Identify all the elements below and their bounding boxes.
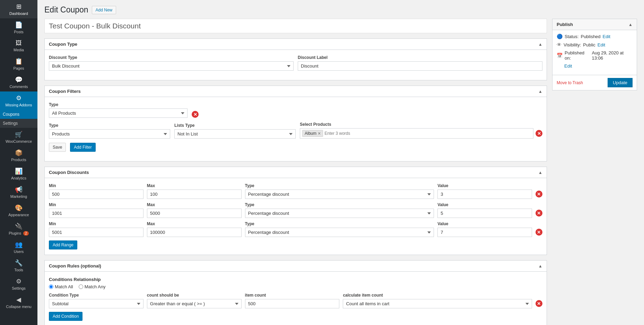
sidebar-item-dashboard[interactable]: ⊞ Dashboard (0, 0, 37, 18)
discount-value-label-1: Value (437, 183, 532, 188)
discount-type-group-2: Type Percentage discount Fixed discount (245, 202, 434, 218)
dashboard-icon: ⊞ (16, 3, 21, 10)
publish-collapse[interactable]: ▲ (628, 22, 633, 27)
coupon-type-card: Coupon Type ▲ Discount Type Bulk Discoun… (44, 38, 547, 80)
filter-type-select-2[interactable]: Products Category (49, 129, 170, 139)
sidebar-item-tools[interactable]: 🔧 Tools (0, 256, 37, 275)
sidebar-item-appearance[interactable]: 🎨 Appearance (0, 201, 37, 220)
item-count-group: item count (245, 293, 340, 308)
discount-type-group: Discount Type Bulk Discount Percentage F… (49, 55, 294, 71)
add-new-button[interactable]: Add New (92, 6, 116, 14)
discount-max-input-2[interactable] (147, 209, 242, 218)
coupon-title-input[interactable] (44, 19, 547, 33)
discount-value-input-3[interactable] (437, 228, 532, 237)
sidebar-item-label: Comments (9, 85, 28, 89)
save-button[interactable]: Save (49, 143, 66, 152)
match-any-label[interactable]: Match Any (79, 284, 106, 289)
sidebar-item-analytics[interactable]: 📊 Analytics (0, 165, 37, 183)
sidebar-item-label: Products (11, 158, 26, 162)
media-icon: 🖼 (16, 39, 22, 47)
match-all-radio[interactable] (49, 284, 53, 289)
discount-row-3: Min Max Type Percentage discount Fixed d… (49, 221, 542, 237)
sidebar-item-label: Missing Addons (5, 103, 32, 107)
publish-card: Publish ▲ 🔵 Status: Published Edit 👁 Vis… (552, 19, 637, 90)
plugins-icon: 🔌 (15, 222, 23, 230)
discount-label-group: Discount Label (298, 55, 542, 71)
discount-min-input-3[interactable] (49, 228, 143, 237)
discount-type-select-1[interactable]: Percentage discount Fixed discount (245, 190, 434, 199)
sidebar-item-collapse[interactable]: ◀ Collapse menu (0, 293, 37, 311)
discount-min-input-2[interactable] (49, 209, 143, 218)
published-edit-link[interactable]: Edit (564, 63, 572, 69)
discount-type-select-2[interactable]: Percentage discount Fixed discount (245, 209, 434, 218)
coupon-discounts-collapse[interactable]: ▲ (538, 170, 542, 175)
discount-remove-button-2[interactable]: ✕ (536, 210, 542, 217)
item-count-input[interactable] (245, 299, 340, 308)
coupon-rules-collapse[interactable]: ▲ (538, 264, 542, 269)
match-any-radio[interactable] (79, 284, 83, 289)
sidebar-item-settings[interactable]: Settings (0, 119, 37, 128)
add-filter-button[interactable]: Add Filter (70, 143, 95, 152)
sidebar-item-users[interactable]: 👥 Users (0, 238, 37, 256)
discount-max-input-3[interactable] (147, 228, 242, 237)
discount-remove-button-3[interactable]: ✕ (536, 229, 542, 236)
sidebar-item-marketing[interactable]: 📢 Marketing (0, 183, 37, 201)
sidebar-item-comments[interactable]: 💬 Comments (0, 73, 37, 91)
add-range-button[interactable]: Add Range (49, 240, 77, 249)
count-should-be-select[interactable]: Greater than or equal ( >= ) Less than o… (147, 299, 242, 308)
coupon-filters-collapse[interactable]: ▲ (538, 89, 542, 94)
discount-max-group-3: Max (147, 221, 242, 237)
tags-text-input[interactable] (324, 131, 376, 136)
discount-type-group-3: Type Percentage discount Fixed discount (245, 221, 434, 237)
publish-title: Publish (557, 22, 573, 27)
select-products-remove[interactable]: ✕ (536, 130, 542, 137)
x-circle-icon: ✕ (192, 111, 199, 118)
condition-type-select[interactable]: Subtotal Item Count Cart Total (49, 299, 143, 308)
condition-remove-button[interactable]: ✕ (536, 300, 542, 307)
content-wrap: Coupon Type ▲ Discount Type Bulk Discoun… (44, 19, 637, 325)
discount-type-select[interactable]: Bulk Discount Percentage Fixed (49, 61, 294, 71)
discount-min-input-1[interactable] (49, 190, 143, 199)
woocommerce-icon: 🛒 (15, 131, 23, 138)
sidebar-item-media[interactable]: 🖼 Media (0, 37, 37, 55)
discount-max-input-1[interactable] (147, 190, 242, 199)
publish-visibility-row: 👁 Visibility: Public Edit (557, 42, 633, 47)
sidebar-item-products[interactable]: 📦 Products (0, 146, 37, 165)
discount-type-select-3[interactable]: Percentage discount Fixed discount (245, 228, 434, 237)
tag-remove-icon[interactable]: × (318, 131, 321, 136)
move-to-trash-link[interactable]: Move to Trash (557, 80, 583, 85)
sidebar-item-settings2[interactable]: ⚙ Settings (0, 275, 37, 293)
sidebar-item-label: Users (14, 249, 24, 254)
sidebar-item-plugins[interactable]: 🔌 Plugins 2 (0, 220, 37, 238)
status-edit-link[interactable]: Edit (603, 34, 610, 39)
lists-type-select[interactable]: Not In List In List (174, 129, 296, 139)
calculate-select[interactable]: Count all items in cart Count unique ite… (343, 299, 532, 308)
sidebar-item-pages[interactable]: 📋 Pages (0, 55, 37, 73)
discount-value-input-1[interactable] (437, 190, 532, 199)
discount-min-label-2: Min (49, 202, 143, 207)
discount-label-input[interactable] (298, 61, 542, 71)
tags-input[interactable]: Album × (300, 128, 533, 139)
discount-value-label-3: Value (437, 221, 532, 226)
missing-addons-icon: ⚙ (16, 94, 21, 102)
discount-value-input-2[interactable] (437, 209, 532, 218)
discount-remove-button-1[interactable]: ✕ (536, 191, 542, 197)
sidebar-item-coupons[interactable]: Coupons (0, 110, 37, 119)
sidebar-item-posts[interactable]: 📄 Posts (0, 18, 37, 37)
visibility-edit-link[interactable]: Edit (598, 42, 605, 47)
sidebar-item-woocommerce[interactable]: 🛒 WooCommerce (0, 128, 37, 146)
sidebar-item-missing-addons[interactable]: ⚙ Missing Addons (0, 91, 37, 110)
filter-type-select-1[interactable]: All Products Specific Products Category (49, 108, 188, 118)
match-all-label[interactable]: Match All (49, 284, 73, 289)
publish-date-row: 📅 Published on: Aug 29, 2020 at 13:06 (557, 50, 633, 61)
calculate-label: calculate item count (343, 293, 532, 298)
plugins-badge: 2 (23, 231, 29, 236)
coupon-type-collapse[interactable]: ▲ (538, 42, 542, 47)
discount-max-label-3: Max (147, 221, 242, 226)
update-button[interactable]: Update (608, 78, 633, 87)
add-condition-button[interactable]: Add Condition (49, 312, 82, 321)
coupon-discounts-card: Coupon Discounts ▲ Min Max (44, 167, 547, 255)
filter-remove-button-1[interactable]: ✕ (192, 111, 199, 118)
analytics-icon: 📊 (15, 167, 23, 175)
sidebar-item-label: Marketing (10, 194, 27, 199)
